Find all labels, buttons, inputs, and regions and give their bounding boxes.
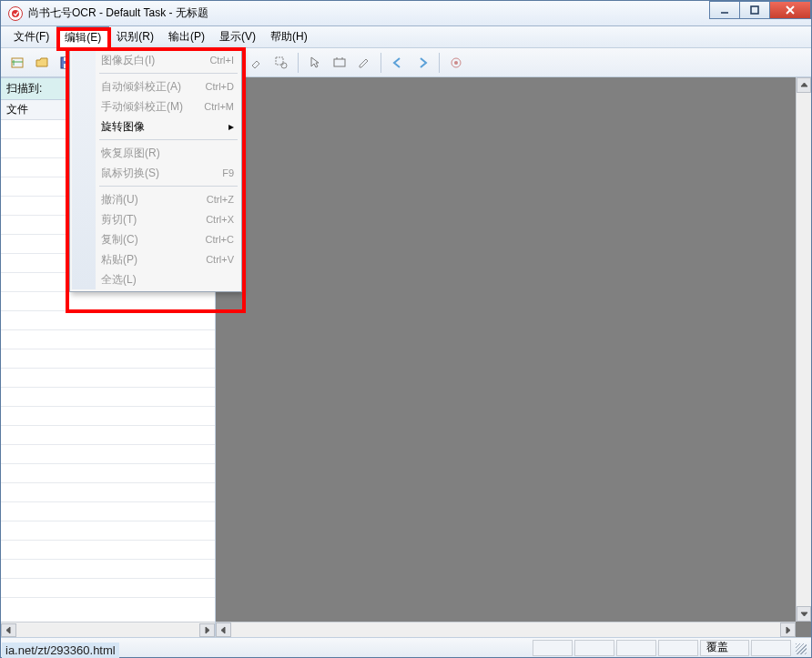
scroll-track[interactable]: [231, 623, 780, 637]
scroll-track[interactable]: [16, 623, 199, 637]
grid-row: [1, 407, 215, 426]
target-button[interactable]: [445, 52, 467, 74]
status-cell-4: [658, 640, 698, 656]
clear-button[interactable]: [246, 52, 268, 74]
menu-edit[interactable]: 编辑(E): [56, 26, 109, 47]
toolbar-separator: [381, 53, 381, 73]
region-tool-button[interactable]: [329, 52, 350, 74]
menu-recognize[interactable]: 识别(R): [109, 26, 161, 47]
zoom-select-button[interactable]: [270, 52, 292, 74]
status-cell-3: [616, 640, 656, 656]
grid-row: [1, 560, 215, 579]
minimize-button[interactable]: [709, 1, 740, 19]
scroll-track[interactable]: [797, 93, 811, 606]
canvas[interactable]: [216, 77, 811, 622]
scroll-up-icon[interactable]: [797, 77, 811, 93]
title-bar: 尚书七号OCR - Default Task - 无标题: [1, 1, 811, 26]
viewport-vscroll[interactable]: [796, 77, 811, 622]
grid-row: [1, 311, 215, 330]
pointer-tool-button[interactable]: [304, 52, 326, 74]
menu-file[interactable]: 文件(F): [6, 26, 56, 47]
grid-row: [1, 464, 215, 483]
file-panel-hscroll[interactable]: [1, 622, 215, 637]
scroll-right-icon[interactable]: [780, 623, 796, 637]
grid-row: [1, 330, 215, 349]
menu-output[interactable]: 输出(P): [161, 26, 212, 47]
grid-row: [1, 445, 215, 464]
app-icon: [8, 6, 23, 21]
mi-auto-deskew[interactable]: 自动倾斜校正(A)Ctrl+D: [72, 76, 239, 96]
grid-row: [1, 426, 215, 445]
menu-separator: [99, 186, 238, 187]
mi-undo[interactable]: 撤消(U)Ctrl+Z: [72, 189, 239, 209]
close-button[interactable]: [769, 1, 811, 19]
svg-rect-2: [751, 6, 758, 14]
scroll-right-icon[interactable]: [199, 623, 215, 637]
resize-grip-icon[interactable]: [793, 641, 807, 655]
mi-select-all[interactable]: 全选(L): [72, 269, 239, 289]
menu-separator: [99, 73, 238, 74]
window-controls: [710, 1, 811, 19]
toolbar-separator: [298, 53, 299, 73]
grid-row: [1, 521, 215, 541]
grid-row: [1, 502, 215, 521]
svg-rect-24: [334, 59, 345, 66]
toolbar-separator: [439, 53, 440, 73]
svg-point-26: [454, 61, 458, 65]
mi-manual-deskew[interactable]: 手动倾斜校正(M)Ctrl+M: [72, 96, 239, 116]
viewport-hscroll[interactable]: [216, 622, 796, 637]
mi-cut[interactable]: 剪切(T)Ctrl+X: [72, 209, 239, 229]
status-cell-2: [574, 640, 614, 656]
mi-toggle-mouse[interactable]: 鼠标切换(S)F9: [72, 163, 239, 183]
mi-copy[interactable]: 复制(C)Ctrl+C: [72, 229, 239, 249]
scroll-down-icon[interactable]: [797, 606, 811, 622]
menu-separator: [99, 139, 238, 140]
grid-row: [1, 483, 215, 502]
grid-row: [1, 349, 215, 369]
status-cell-1: [533, 640, 573, 656]
grid-row: [1, 292, 215, 311]
menu-help[interactable]: 帮助(H): [263, 26, 315, 47]
prev-button[interactable]: [387, 52, 409, 74]
window-title: 尚书七号OCR - Default Task - 无标题: [28, 5, 208, 21]
svg-point-23: [281, 63, 287, 68]
edit-menu-dropdown: 图像反白(I)Ctrl+I 自动倾斜校正(A)Ctrl+D 手动倾斜校正(M)C…: [69, 47, 242, 292]
mi-restore-image[interactable]: 恢复原图(R): [72, 143, 239, 163]
image-viewport: [216, 77, 811, 637]
mi-rotate-image[interactable]: 旋转图像▸: [72, 116, 239, 137]
scroll-left-icon[interactable]: [1, 623, 16, 637]
footer-url-fragment: ia.net/zt/293360.html: [2, 643, 119, 658]
pencil-tool-button[interactable]: [353, 52, 375, 74]
mi-paste[interactable]: 粘贴(P)Ctrl+V: [72, 249, 239, 269]
status-bar: 覆盖: [1, 637, 811, 657]
mi-invert-image[interactable]: 图像反白(I)Ctrl+I: [72, 50, 239, 70]
menu-view[interactable]: 显示(V): [212, 26, 263, 47]
scroll-left-icon[interactable]: [216, 623, 231, 637]
grid-row: [1, 579, 215, 598]
next-button[interactable]: [411, 52, 433, 74]
maximize-button[interactable]: [739, 1, 770, 19]
open-button[interactable]: [31, 52, 53, 74]
status-overwrite: 覆盖: [700, 640, 749, 656]
submenu-arrow-icon: ▸: [228, 120, 234, 133]
scan-button[interactable]: [6, 52, 28, 74]
grid-row: [1, 369, 215, 388]
grid-row: [1, 388, 215, 407]
status-cell-5: [751, 640, 791, 656]
grid-row: [1, 541, 215, 560]
menu-bar: 文件(F) 编辑(E) 识别(R) 输出(P) 显示(V) 帮助(H): [1, 26, 811, 48]
